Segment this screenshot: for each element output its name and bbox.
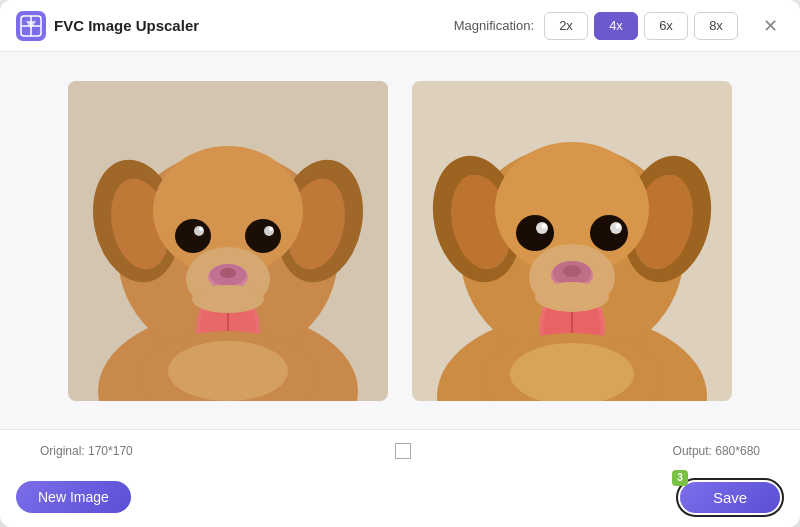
compare-icon bbox=[395, 443, 411, 459]
svg-point-40 bbox=[542, 223, 547, 228]
svg-point-16 bbox=[264, 226, 274, 236]
original-size-label: Original: 170*170 bbox=[40, 444, 133, 458]
output-size-label: Output: 680*680 bbox=[673, 444, 760, 458]
content-area bbox=[0, 52, 800, 429]
svg-point-41 bbox=[616, 223, 621, 228]
svg-point-45 bbox=[563, 265, 581, 277]
mag-btn-6x[interactable]: 6x bbox=[644, 12, 688, 40]
output-image-panel bbox=[412, 81, 732, 401]
save-badge: 3 bbox=[672, 470, 688, 486]
original-dog-image bbox=[68, 81, 388, 401]
svg-point-39 bbox=[610, 222, 622, 234]
output-dog-image bbox=[412, 81, 732, 401]
mag-btn-8x[interactable]: 8x bbox=[694, 12, 738, 40]
svg-point-48 bbox=[535, 282, 609, 312]
svg-point-15 bbox=[194, 226, 204, 236]
info-bar: Original: 170*170 Output: 680*680 bbox=[0, 429, 800, 471]
close-button[interactable]: ✕ bbox=[756, 12, 784, 40]
svg-point-18 bbox=[269, 227, 273, 231]
mag-btn-4x[interactable]: 4x bbox=[594, 12, 638, 40]
svg-point-17 bbox=[199, 227, 203, 231]
save-button[interactable]: Save bbox=[680, 482, 780, 513]
footer-bar: New Image 3 Save bbox=[0, 471, 800, 527]
mag-btn-2x[interactable]: 2x bbox=[544, 12, 588, 40]
save-area: 3 Save bbox=[676, 478, 784, 517]
app-title: FVC Image Upscaler bbox=[54, 17, 199, 34]
magnification-label: Magnification: bbox=[454, 18, 534, 33]
close-icon: ✕ bbox=[763, 15, 778, 37]
svg-point-37 bbox=[590, 215, 628, 251]
svg-point-27 bbox=[168, 341, 288, 401]
save-btn-wrapper: Save bbox=[676, 478, 784, 517]
new-image-button[interactable]: New Image bbox=[16, 481, 131, 513]
svg-point-36 bbox=[516, 215, 554, 251]
main-window: FVC Image Upscaler Magnification: 2x 4x … bbox=[0, 0, 800, 527]
app-logo-icon bbox=[16, 11, 46, 41]
svg-point-25 bbox=[192, 285, 264, 313]
compare-center bbox=[395, 443, 411, 459]
svg-point-38 bbox=[536, 222, 548, 234]
titlebar: FVC Image Upscaler Magnification: 2x 4x … bbox=[0, 0, 800, 52]
svg-point-22 bbox=[220, 268, 236, 278]
magnification-buttons: 2x 4x 6x 8x bbox=[544, 12, 738, 40]
svg-point-14 bbox=[245, 219, 281, 253]
original-image-panel bbox=[68, 81, 388, 401]
svg-point-13 bbox=[175, 219, 211, 253]
